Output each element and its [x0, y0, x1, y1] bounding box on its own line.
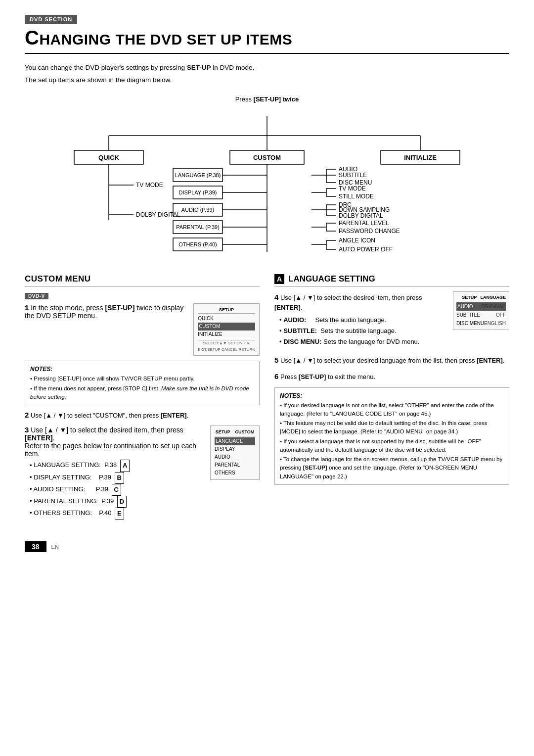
svg-text:TV MODE: TV MODE — [339, 185, 366, 192]
bullet-audio: AUDIO: Sets the audio language. — [279, 315, 444, 326]
screen-row-others: OTHERS — [215, 469, 255, 477]
title-big-c: C — [25, 27, 39, 48]
svg-text:CUSTOM: CUSTOM — [253, 154, 281, 161]
title-rest: HANGING THE DVD SET UP ITEMS — [39, 31, 292, 47]
step-5-num: 5 — [274, 356, 278, 364]
notes-2-item-4: • To change the language for the on-scre… — [280, 455, 504, 481]
step-3: 3 Use [▲ / ▼] to select the desired item… — [25, 425, 260, 521]
main-content: CUSTOM MENU DVD-V 1 In the stop mode, pr… — [25, 274, 509, 526]
step-1-num: 1 — [25, 303, 29, 312]
screen2-row-audio: AUDIO ORIGINAL — [456, 302, 506, 311]
language-setting-col: A LANGUAGE SETTING 4 Use [▲ / ▼] to sele… — [274, 274, 509, 526]
screen-row-disp: DISPLAY — [215, 445, 255, 453]
svg-text:PARENTAL (P.39): PARENTAL (P.39) — [176, 224, 220, 230]
screen-row-parental: PARENTAL — [215, 461, 255, 469]
notes-1: NOTES: • Pressing [SET-UP] once will sho… — [25, 361, 260, 405]
svg-text:PARENTAL LEVEL: PARENTAL LEVEL — [339, 220, 389, 227]
dvd-v-badge: DVD-V — [25, 293, 48, 299]
step-3-num: 3 — [25, 425, 29, 434]
screen2-audio-val: ORIGINAL — [481, 302, 505, 311]
screen2-audio-label: AUDIO — [457, 302, 473, 311]
screen-row-audio: AUDIO — [215, 453, 255, 461]
svg-text:SUBTITLE: SUBTITLE — [339, 172, 367, 179]
notes-1-item-2: • If the menu does not appear, press [ST… — [30, 384, 254, 402]
step-3-list: LANGUAGE SETTING: P.38 A DISPLAY SETTING… — [30, 460, 201, 519]
list-item-audio: AUDIO SETTING: P.39 C — [30, 484, 201, 496]
step-4-bullets: AUDIO: Sets the audio language. SUBTITLE… — [279, 315, 444, 347]
step-3-screen: SETUP CUSTOM LANGUAGE DISPLAY AUDIO PARE… — [210, 425, 260, 479]
screen2-row-subtitle: SUBTITLE OFF — [456, 311, 506, 319]
diagram-container: Press [SET-UP] twice QUICK CUSTOM INITIA… — [35, 95, 499, 264]
screen-title-3: SETUP CUSTOM — [215, 428, 255, 436]
badge-a: A — [120, 460, 130, 472]
page-number: 38 — [25, 541, 46, 552]
step-4-screen: SETUP LANGUAGE AUDIO ORIGINAL SUBTITLE O… — [453, 291, 509, 330]
list-item-display: DISPLAY SETTING: P.39 B — [30, 472, 201, 484]
step-4-text: 4 Use [▲ / ▼] to select the desired item… — [274, 291, 444, 350]
step-6: 6 Press [SET-UP] to exit the menu. — [274, 371, 509, 382]
screen2-sub-val: OFF — [496, 311, 506, 319]
screen-row-quick: QUICK — [198, 315, 255, 323]
bullet-subtitle: SUBTITLE: Sets the subtitle language. — [279, 326, 444, 336]
screen2-row-disc: DISC MENU ENGLISH — [456, 319, 506, 328]
notes-1-title: NOTES: — [30, 365, 254, 374]
list-item-others: OTHERS SETTING: P.40 E — [30, 508, 201, 520]
svg-text:AUDIO (P.39): AUDIO (P.39) — [181, 207, 214, 213]
svg-text:TV MODE: TV MODE — [136, 182, 163, 189]
page-en: EN — [51, 544, 59, 550]
list-item-language: LANGUAGE SETTING: P.38 A — [30, 460, 201, 472]
intro-line-1: You can change the DVD player's settings… — [25, 63, 509, 73]
notes-2: NOTES: • If your desired language is not… — [274, 387, 509, 485]
screen2-sub-label: SUBTITLE — [456, 311, 480, 319]
svg-text:LANGUAGE (P.38): LANGUAGE (P.38) — [175, 172, 221, 178]
step-5: 5 Use [▲ / ▼] to select your desired lan… — [274, 354, 509, 366]
intro-line-2: The set up items are shown in the diagra… — [25, 75, 509, 85]
badge-c: C — [112, 484, 121, 496]
screen2-disc-label: DISC MENU — [456, 319, 484, 328]
notes-1-item-1: • Pressing [SET-UP] once will show TV/VC… — [30, 375, 254, 383]
press-setup-text: Press [SET-UP] twice — [35, 95, 499, 103]
svg-text:STILL MODE: STILL MODE — [339, 193, 374, 200]
custom-menu-col: CUSTOM MENU DVD-V 1 In the stop mode, pr… — [25, 274, 260, 526]
step-6-num: 6 — [274, 372, 278, 380]
svg-text:INITIALIZE: INITIALIZE — [404, 154, 437, 161]
svg-text:DISPLAY (P.39): DISPLAY (P.39) — [178, 189, 217, 195]
notes-2-item-1: • If your desired language is not on the… — [280, 401, 504, 419]
badge-e: E — [115, 508, 124, 520]
svg-text:AUTO POWER OFF: AUTO POWER OFF — [339, 246, 393, 253]
screen2-disc-val: ENGLISH — [484, 319, 506, 328]
page-footer: 38 EN — [25, 541, 509, 552]
language-setting-label: LANGUAGE SETTING — [288, 274, 375, 284]
notes-2-item-3: • If you select a language that is not s… — [280, 437, 504, 455]
badge-d: D — [117, 496, 127, 508]
list-item-parental: PARENTAL SETTING: P.39 D — [30, 496, 201, 508]
step-1-text: 1 In the stop mode, press [SET-UP] twice… — [25, 303, 184, 320]
badge-b: B — [115, 472, 124, 484]
step-1: 1 In the stop mode, press [SET-UP] twice… — [25, 303, 260, 356]
page-title: CHANGING THE DVD SET UP ITEMS — [25, 27, 509, 54]
step-2-num: 2 — [25, 411, 29, 419]
bullet-disc-menu: DISC MENU: Sets the language for DVD men… — [279, 336, 444, 347]
screen-footer-1: SELECT:▲▼ SET ON T.V.EXIT:SETUP CANCEL:R… — [198, 340, 255, 353]
screen-row-custom: CUSTOM — [198, 323, 255, 331]
setup-diagram: QUICK CUSTOM INITIALIZE TV MODE DOLBY DI… — [35, 106, 499, 264]
step-4: 4 Use [▲ / ▼] to select the desired item… — [274, 291, 509, 350]
svg-text:QUICK: QUICK — [98, 154, 120, 161]
svg-text:PASSWORD CHANGE: PASSWORD CHANGE — [339, 228, 400, 235]
screen-row-init: INITIALIZE — [198, 331, 255, 338]
screen2-titles: SETUP LANGUAGE — [456, 294, 506, 301]
step-4-num: 4 — [274, 293, 278, 301]
step-1-screen: SETUP QUICK CUSTOM INITIALIZE SELECT:▲▼ … — [193, 303, 260, 356]
svg-text:DOLBY DIGITAL: DOLBY DIGITAL — [136, 211, 180, 218]
notes-2-title: NOTES: — [280, 391, 504, 400]
svg-text:OTHERS (P.40): OTHERS (P.40) — [178, 241, 217, 247]
language-setting-title: A LANGUAGE SETTING — [274, 274, 509, 286]
screen-title-1: SETUP — [198, 306, 255, 314]
a-section-badge: A — [274, 274, 284, 284]
svg-text:DOLBY DIGITAL: DOLBY DIGITAL — [339, 212, 383, 219]
step-2: 2 Use [▲ / ▼] to select "CUSTOM", then p… — [25, 409, 260, 421]
step-3-text: 3 Use [▲ / ▼] to select the desired item… — [25, 425, 201, 521]
dvd-section-badge: DVD SECTION — [25, 15, 77, 24]
svg-text:ANGLE ICON: ANGLE ICON — [339, 237, 375, 244]
screen-row-lang: LANGUAGE — [215, 437, 255, 445]
